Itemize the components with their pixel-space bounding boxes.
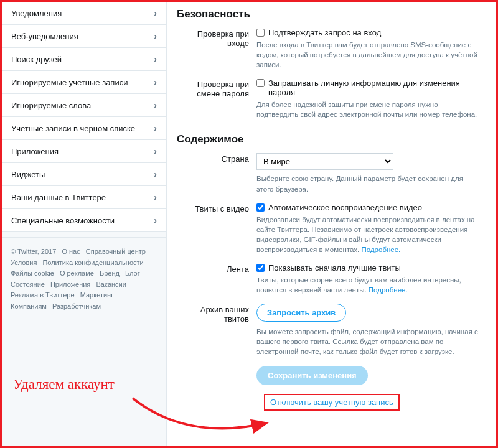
row-label: Твиты с видео (177, 203, 256, 254)
settings-main: Безопасность Проверка при входе Подтверж… (167, 2, 496, 446)
sidebar-item-label: Игнорируемые учетные записи (11, 78, 128, 87)
timeline-more-link[interactable]: Подробнее. (369, 286, 408, 294)
country-help: Выберите свою страну. Данный параметр бу… (256, 174, 481, 194)
footer-link[interactable]: Справочный центр (86, 248, 146, 255)
footer-link[interactable]: Компаниям (11, 302, 47, 310)
chevron-right-icon: › (154, 123, 157, 133)
sidebar-item-label: Ваши данные в Твиттере (11, 193, 106, 202)
login-verification-row: Проверка при входе Подтверждать запрос н… (177, 28, 481, 70)
footer-link[interactable]: Приложения (50, 281, 90, 288)
deactivate-account-link[interactable]: Отключить вашу учетную запись (270, 398, 393, 407)
archive-row: Архив ваших твитов Запросить архив Вы мо… (177, 304, 481, 357)
password-verify-checkbox-label[interactable]: Запрашивать личную информацию для измене… (256, 78, 481, 97)
sidebar-item-label: Игнорируемые слова (11, 101, 91, 110)
footer-link[interactable]: Состояние (11, 281, 45, 288)
password-verification-row: Проверка при смене пароля Запрашивать ли… (177, 78, 481, 119)
archive-help: Вы можете запросить файл, содержащий инф… (256, 327, 481, 357)
sidebar-item-label: Виджеты (11, 170, 45, 179)
request-archive-button[interactable]: Запросить архив (256, 304, 346, 322)
sidebar-item-muted-words[interactable]: Игнорируемые слова› (2, 94, 166, 117)
footer-link[interactable]: Политика конфиденциальности (42, 259, 143, 266)
save-row: Сохранить изменения (177, 366, 481, 385)
footer-link[interactable]: О рекламе (60, 269, 94, 277)
security-heading: Безопасность (177, 8, 481, 21)
chevron-right-icon: › (154, 100, 157, 110)
sidebar-item-notifications[interactable]: Уведомления› (2, 2, 166, 25)
content-heading: Содержимое (177, 133, 481, 146)
sidebar-item-label: Учетные записи в черном списке (11, 124, 135, 133)
row-label: Проверка при смене пароля (177, 78, 256, 119)
login-verify-checkbox[interactable] (256, 29, 265, 37)
sidebar-item-blocked-accounts[interactable]: Учетные записи в черном списке› (2, 117, 166, 140)
sidebar-item-your-data[interactable]: Ваши данные в Твиттере› (2, 186, 166, 209)
password-verify-checkbox[interactable] (256, 79, 265, 87)
timeline-best-first-checkbox[interactable] (256, 264, 265, 272)
chevron-right-icon: › (154, 169, 157, 179)
password-verify-help: Для более надежной защиты при смене паро… (256, 100, 481, 119)
footer-link[interactable]: Условия (11, 259, 37, 266)
sidebar-nav: Уведомления› Веб-уведомления› Поиск друз… (2, 2, 166, 232)
footer-link[interactable]: О нас (62, 248, 80, 255)
sidebar-item-web-notifications[interactable]: Веб-уведомления› (2, 25, 166, 48)
checkbox-text: Запрашивать личную информацию для измене… (268, 78, 481, 97)
footer-link[interactable]: Блог (125, 269, 140, 277)
sidebar-item-label: Веб-уведомления (11, 32, 78, 41)
footer-link[interactable]: Маркетинг (80, 291, 113, 299)
annotation-text: Удаляем аккаунт (13, 376, 115, 393)
chevron-right-icon: › (154, 146, 157, 156)
chevron-right-icon: › (154, 54, 157, 64)
checkbox-text: Подтверждать запрос на вход (268, 28, 381, 37)
sidebar-item-widgets[interactable]: Виджеты› (2, 163, 166, 186)
timeline-row: Лента Показывать сначала лучшие твиты Тв… (177, 263, 481, 295)
sidebar-item-muted-accounts[interactable]: Игнорируемые учетные записи› (2, 71, 166, 94)
chevron-right-icon: › (154, 77, 157, 87)
chevron-right-icon: › (154, 215, 157, 225)
row-label: Страна (177, 153, 256, 194)
footer-link[interactable]: Файлы cookie (11, 269, 54, 277)
chevron-right-icon: › (154, 8, 157, 18)
row-label: Лента (177, 263, 256, 295)
sidebar-item-label: Поиск друзей (11, 55, 62, 64)
chevron-right-icon: › (154, 192, 157, 202)
video-more-link[interactable]: Подробнее. (361, 246, 400, 253)
country-row: Страна В мире Выберите свою страну. Данн… (177, 153, 481, 194)
row-label: Проверка при входе (177, 28, 256, 70)
login-verify-help: После входа в Твиттер вам будет отправле… (256, 40, 481, 70)
video-autoplay-help: Видеозаписи будут автоматически воспроиз… (256, 215, 481, 254)
sidebar-item-find-friends[interactable]: Поиск друзей› (2, 48, 166, 71)
footer-copyright: © Twitter, 2017 (11, 248, 56, 255)
footer-link[interactable]: Разработчикам (52, 302, 101, 310)
sidebar-item-label: Специальные возможности (11, 216, 115, 225)
video-autoplay-checkbox[interactable] (256, 203, 265, 212)
sidebar-footer: © Twitter, 2017 О нас Справочный центр У… (2, 237, 166, 312)
row-label: Архив ваших твитов (177, 304, 256, 357)
deactivate-row: Отключить вашу учетную запись (177, 394, 481, 411)
footer-link[interactable]: Вакансии (96, 281, 126, 288)
checkbox-text: Показывать сначала лучшие твиты (268, 263, 401, 273)
sidebar-item-accessibility[interactable]: Специальные возможности› (2, 209, 166, 231)
sidebar-item-apps[interactable]: Приложения› (2, 140, 166, 163)
save-changes-button[interactable]: Сохранить изменения (256, 366, 368, 385)
login-verify-checkbox-label[interactable]: Подтверждать запрос на вход (256, 28, 481, 37)
video-autoplay-checkbox-label[interactable]: Автоматическое воспроизведение видео (256, 203, 481, 212)
video-autoplay-row: Твиты с видео Автоматическое воспроизвед… (177, 203, 481, 254)
footer-link[interactable]: Реклама в Твиттере (11, 291, 75, 299)
screenshot-frame: Уведомления› Веб-уведомления› Поиск друз… (0, 0, 498, 448)
annotation-highlight-box: Отключить вашу учетную запись (264, 394, 400, 411)
timeline-help: Твиты, которые скорее всего будут вам на… (256, 275, 481, 295)
checkbox-text: Автоматическое воспроизведение видео (268, 203, 422, 212)
sidebar-item-label: Уведомления (11, 9, 62, 18)
chevron-right-icon: › (154, 31, 157, 41)
timeline-checkbox-label[interactable]: Показывать сначала лучшие твиты (256, 263, 481, 273)
country-select[interactable]: В мире (256, 153, 393, 170)
sidebar-item-label: Приложения (11, 147, 59, 156)
footer-link[interactable]: Бренд (100, 269, 120, 277)
